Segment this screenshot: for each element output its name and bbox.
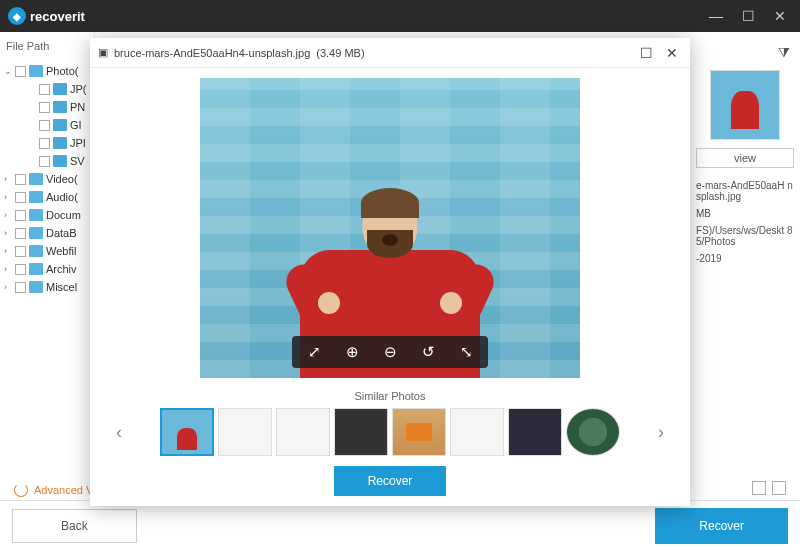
similar-carousel: ‹ ›: [110, 408, 670, 456]
folder-icon: [29, 227, 43, 239]
tree-item-7[interactable]: ›Audio(: [0, 188, 94, 206]
tree-item-11[interactable]: ›Archiv: [0, 260, 94, 278]
checkbox[interactable]: [39, 156, 50, 167]
checkbox[interactable]: [15, 228, 26, 239]
zoom-out-icon[interactable]: ⊖: [380, 342, 400, 362]
similar-thumb-2[interactable]: [218, 408, 272, 456]
titlebar: ◆ recoverit — ☐ ✕: [0, 0, 800, 32]
chevron-icon: ›: [4, 210, 12, 220]
modal-close-button[interactable]: ✕: [662, 43, 682, 63]
tree-item-2[interactable]: PN: [0, 98, 94, 116]
similar-thumb-1[interactable]: [160, 408, 214, 456]
folder-icon: [29, 173, 43, 185]
list-view-icon[interactable]: [772, 481, 786, 495]
similar-thumb-8[interactable]: [566, 408, 620, 456]
tree-label: Video(: [46, 173, 78, 185]
chevron-icon: ›: [4, 264, 12, 274]
carousel-prev-button[interactable]: ‹: [110, 422, 128, 443]
tree-label: Audio(: [46, 191, 78, 203]
modal-footer: Recover: [90, 466, 690, 506]
similar-thumb-5[interactable]: [392, 408, 446, 456]
similar-thumb-7[interactable]: [508, 408, 562, 456]
chevron-icon: ›: [4, 192, 12, 202]
close-button[interactable]: ✕: [768, 4, 792, 28]
preview-filesize: (3.49 MB): [316, 47, 364, 59]
folder-icon: [29, 191, 43, 203]
checkbox[interactable]: [39, 120, 50, 131]
tree-item-8[interactable]: ›Docum: [0, 206, 94, 224]
chevron-icon: ⌄: [4, 66, 12, 76]
folder-icon: [29, 209, 43, 221]
tree-item-9[interactable]: ›DataB: [0, 224, 94, 242]
sidebar-header: File Path: [0, 32, 94, 60]
folder-icon: [53, 155, 67, 167]
rotate-icon[interactable]: ↺: [418, 342, 438, 362]
modal-recover-button[interactable]: Recover: [334, 466, 447, 496]
tree-item-6[interactable]: ›Video(: [0, 170, 94, 188]
similar-title: Similar Photos: [110, 390, 670, 402]
view-button[interactable]: view: [696, 148, 794, 168]
details-panel: view e-mars-AndE50aaH nsplash.jpg MB FS)…: [690, 32, 800, 500]
tree-item-10[interactable]: ›Webfil: [0, 242, 94, 260]
folder-icon: [29, 281, 43, 293]
preview-filename: bruce-mars-AndE50aaHn4-unsplash.jpg: [114, 47, 310, 59]
tree-label: GI: [70, 119, 82, 131]
tree-item-3[interactable]: GI: [0, 116, 94, 134]
back-button[interactable]: Back: [12, 509, 137, 543]
chevron-icon: ›: [4, 228, 12, 238]
tree-label: Archiv: [46, 263, 77, 275]
checkbox[interactable]: [39, 102, 50, 113]
checkbox[interactable]: [15, 192, 26, 203]
folder-icon: [29, 245, 43, 257]
chevron-icon: ›: [4, 174, 12, 184]
fullscreen-icon[interactable]: ⤡: [456, 342, 476, 362]
app-name: recoverit: [30, 9, 85, 24]
tree-item-1[interactable]: JP(: [0, 80, 94, 98]
detail-size: MB: [696, 208, 794, 219]
tree-item-0[interactable]: ⌄Photo(: [0, 62, 94, 80]
tree-label: Photo(: [46, 65, 78, 77]
checkbox[interactable]: [39, 138, 50, 149]
checkbox[interactable]: [15, 282, 26, 293]
checkbox[interactable]: [39, 84, 50, 95]
similar-section: Similar Photos ‹ ›: [90, 386, 690, 466]
detail-filename: e-mars-AndE50aaH nsplash.jpg: [696, 180, 794, 202]
folder-icon: [53, 83, 67, 95]
fit-icon[interactable]: ⤢: [304, 342, 324, 362]
folder-icon: [53, 137, 67, 149]
folder-icon: [29, 65, 43, 77]
checkbox[interactable]: [15, 246, 26, 257]
photo-toolbar: ⤢ ⊕ ⊖ ↺ ⤡: [292, 336, 488, 368]
maximize-button[interactable]: ☐: [736, 4, 760, 28]
tree-item-5[interactable]: SV: [0, 152, 94, 170]
grid-view-icon[interactable]: [752, 481, 766, 495]
carousel-next-button[interactable]: ›: [652, 422, 670, 443]
zoom-in-icon[interactable]: ⊕: [342, 342, 362, 362]
detail-date: -2019: [696, 253, 794, 264]
file-path-label: File Path: [6, 40, 49, 52]
preview-area: ⤢ ⊕ ⊖ ↺ ⤡: [90, 68, 690, 386]
tree-item-12[interactable]: ›Miscel: [0, 278, 94, 296]
image-icon: ▣: [98, 46, 108, 59]
tree-label: DataB: [46, 227, 77, 239]
checkbox[interactable]: [15, 210, 26, 221]
detail-path: FS)/Users/ws/Deskt 85/Photos: [696, 225, 794, 247]
chevron-icon: ›: [4, 246, 12, 256]
similar-thumb-4[interactable]: [334, 408, 388, 456]
preview-image: ⤢ ⊕ ⊖ ↺ ⤡: [200, 78, 580, 378]
modal-header: ▣ bruce-mars-AndE50aaHn4-unsplash.jpg (3…: [90, 38, 690, 68]
minimize-button[interactable]: —: [704, 4, 728, 28]
tree-label: Webfil: [46, 245, 76, 257]
similar-thumb-3[interactable]: [276, 408, 330, 456]
chevron-icon: ›: [4, 282, 12, 292]
checkbox[interactable]: [15, 264, 26, 275]
tree-item-4[interactable]: JPI: [0, 134, 94, 152]
folder-icon: [53, 101, 67, 113]
checkbox[interactable]: [15, 174, 26, 185]
modal-maximize-button[interactable]: ☐: [636, 43, 656, 63]
tree-label: Docum: [46, 209, 81, 221]
tree-label: JP(: [70, 83, 87, 95]
checkbox[interactable]: [15, 66, 26, 77]
recover-button[interactable]: Recover: [655, 508, 788, 544]
similar-thumb-6[interactable]: [450, 408, 504, 456]
